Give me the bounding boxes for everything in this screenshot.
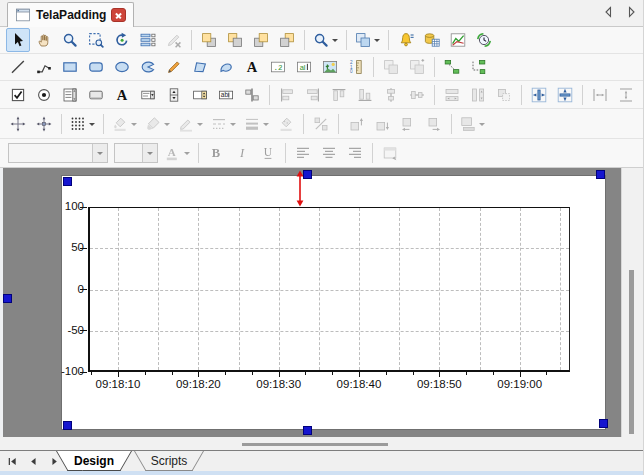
font-size-combo[interactable]	[114, 143, 158, 163]
selection-handle-top-left[interactable]	[63, 177, 72, 186]
time-config-button[interactable]	[472, 28, 496, 52]
scale-tool[interactable]: 210	[344, 55, 368, 79]
group-objects-button[interactable]	[379, 55, 403, 79]
zoom-tool[interactable]	[58, 28, 82, 52]
background-style-button[interactable]	[457, 112, 488, 136]
fill-color-button[interactable]	[109, 112, 140, 136]
polyline-tool[interactable]	[32, 55, 56, 79]
space-evenly-vertical-button[interactable]	[614, 83, 638, 107]
combobox-tool[interactable]	[136, 83, 160, 107]
select-tool[interactable]	[6, 28, 30, 52]
selection-handle-top-right[interactable]	[596, 170, 605, 179]
line-color-button[interactable]	[175, 112, 206, 136]
fill-effects-button[interactable]	[274, 112, 298, 136]
ungroup-objects-button[interactable]	[405, 55, 429, 79]
chevron-down-icon[interactable]	[142, 144, 157, 162]
updown-tool[interactable]	[162, 83, 186, 107]
center-vertical-window-button[interactable]	[553, 83, 577, 107]
pan-tool[interactable]	[32, 28, 56, 52]
size-right-button[interactable]	[422, 112, 446, 136]
align-top-button[interactable]	[327, 83, 351, 107]
font-color-button[interactable]: A	[162, 141, 193, 165]
freehand-tool[interactable]	[162, 55, 186, 79]
chart-object[interactable]: 100500-50-10009:18:1009:18:2009:18:3009:…	[88, 207, 570, 372]
splitter-tool[interactable]	[240, 83, 264, 107]
vertical-scrollbar[interactable]	[621, 168, 643, 437]
text-align-right-button[interactable]	[343, 141, 367, 165]
chart-config-button[interactable]	[446, 28, 470, 52]
tab-scroll-left-button[interactable]	[602, 5, 616, 19]
text-tool[interactable]: A	[240, 55, 264, 79]
first-tab-button[interactable]	[6, 455, 19, 468]
polygon-tool[interactable]	[188, 55, 212, 79]
align-middle-vertical-button[interactable]	[379, 83, 403, 107]
horizontal-scrollbar-thumb[interactable]	[242, 443, 388, 446]
tab-scroll-right-button[interactable]	[624, 5, 638, 19]
send-backward-button[interactable]	[275, 28, 299, 52]
rectangle-tool[interactable]	[58, 55, 82, 79]
tab-scripts[interactable]: Scripts	[134, 451, 204, 471]
italic-button[interactable]: I	[230, 141, 254, 165]
setpoint-tool[interactable]: al	[292, 55, 316, 79]
checkbox-tool[interactable]	[6, 83, 30, 107]
selection-handle-middle-left[interactable]	[3, 294, 12, 303]
selection-handle-bottom-center[interactable]	[303, 426, 312, 435]
textedit-tool[interactable]: ab	[214, 83, 238, 107]
design-canvas[interactable]: 100500-50-10009:18:1009:18:2009:18:3009:…	[0, 168, 622, 437]
commandbutton-tool[interactable]	[84, 83, 108, 107]
link-vertical-tool[interactable]	[466, 55, 490, 79]
screen-page[interactable]: 100500-50-10009:18:1009:18:2009:18:3009:…	[62, 176, 605, 429]
selection-handle-top-center[interactable]	[303, 170, 312, 179]
space-evenly-horizontal-button[interactable]	[588, 83, 612, 107]
bold-button[interactable]: B	[204, 141, 228, 165]
line-width-button[interactable]	[241, 112, 272, 136]
font-name-combo[interactable]	[8, 143, 108, 163]
display-tool[interactable]: .2	[266, 55, 290, 79]
align-middle-horizontal-button[interactable]	[405, 83, 429, 107]
edit-points-tool[interactable]	[162, 28, 186, 52]
make-same-width-button[interactable]	[440, 83, 464, 107]
selection-handle-bottom-right[interactable]	[599, 419, 608, 428]
rounded-rectangle-tool[interactable]	[84, 55, 108, 79]
alarm-config-button[interactable]	[394, 28, 418, 52]
chevron-down-icon[interactable]	[92, 144, 107, 162]
zoom-area-tool[interactable]	[84, 28, 108, 52]
query-config-button[interactable]	[420, 28, 444, 52]
line-style-button[interactable]	[208, 112, 239, 136]
selection-handle-bottom-left[interactable]	[63, 421, 72, 430]
nudge-size-button[interactable]	[32, 112, 56, 136]
center-horizontal-window-button[interactable]	[527, 83, 551, 107]
vertical-scrollbar-thumb[interactable]	[629, 270, 634, 434]
bring-forward-button[interactable]	[249, 28, 273, 52]
label-tool[interactable]: A	[110, 83, 134, 107]
apply-window-button[interactable]	[378, 141, 402, 165]
align-bottom-button[interactable]	[353, 83, 377, 107]
underline-button[interactable]: U	[256, 141, 280, 165]
percent-fill-button[interactable]	[309, 112, 333, 136]
text-align-center-button[interactable]	[317, 141, 341, 165]
text-align-left-button[interactable]	[291, 141, 315, 165]
make-same-size-button[interactable]	[492, 83, 516, 107]
horizontal-scrollbar[interactable]	[0, 437, 644, 450]
send-to-back-button[interactable]	[223, 28, 247, 52]
brush-style-button[interactable]	[142, 112, 173, 136]
tab-design[interactable]: Design	[56, 451, 132, 471]
size-up-button[interactable]	[344, 112, 368, 136]
close-icon[interactable]	[111, 8, 126, 22]
spinedit-tool[interactable]	[188, 83, 212, 107]
group-menu-button[interactable]	[352, 28, 383, 52]
make-same-height-button[interactable]	[466, 83, 490, 107]
radiobutton-tool[interactable]	[32, 83, 56, 107]
link-horizontal-tool[interactable]	[440, 55, 464, 79]
ellipse-tool[interactable]	[110, 55, 134, 79]
size-left-button[interactable]	[396, 112, 420, 136]
curve-tool[interactable]	[214, 55, 238, 79]
arc-tool[interactable]	[136, 55, 160, 79]
line-tool[interactable]	[6, 55, 30, 79]
picture-tool[interactable]	[318, 55, 342, 79]
bring-to-front-button[interactable]	[197, 28, 221, 52]
rotate-tool[interactable]	[110, 28, 134, 52]
listbox-tool[interactable]	[58, 83, 82, 107]
align-left-button[interactable]	[275, 83, 299, 107]
nudge-position-button[interactable]	[6, 112, 30, 136]
